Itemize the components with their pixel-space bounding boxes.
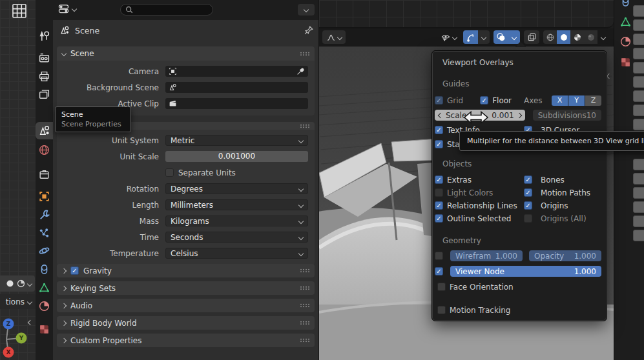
tab-material[interactable] <box>619 35 632 48</box>
gravity-panel-header[interactable]: Gravity <box>57 264 315 277</box>
panel-tab[interactable] <box>633 62 644 74</box>
rigid-body-world-panel-header[interactable]: Rigid Body World <box>57 316 315 330</box>
opacity-slider[interactable]: Opacity 1.000 <box>529 250 601 261</box>
subdivisions-slider[interactable]: Subdivisions 10 <box>533 110 601 121</box>
unit-scale-field[interactable]: 0.001000 <box>165 151 308 162</box>
face-orientation-checkbox[interactable] <box>437 283 446 291</box>
motion-tracking-checkbox[interactable] <box>437 306 446 314</box>
render-preview-button[interactable] <box>524 30 539 44</box>
origins-all-checkbox[interactable] <box>524 214 532 223</box>
grid-checkbox[interactable] <box>435 96 443 105</box>
viewer-node-slider[interactable]: Viewer Node 1.000 <box>450 266 601 277</box>
panel-grip[interactable] <box>300 321 309 325</box>
light-colors-checkbox[interactable] <box>435 188 443 197</box>
tab-view-layer[interactable] <box>38 88 50 101</box>
panel-tab[interactable] <box>633 34 644 45</box>
origins-checkbox[interactable] <box>524 201 532 210</box>
panel-grip[interactable] <box>300 303 309 308</box>
bones-checkbox[interactable] <box>524 175 532 184</box>
gravity-checkbox[interactable] <box>70 266 79 275</box>
eyedropper-icon[interactable] <box>296 67 305 75</box>
tab-particles[interactable] <box>38 227 50 239</box>
panel-grip[interactable] <box>300 124 309 128</box>
panel-tab[interactable] <box>633 76 644 88</box>
wireframe-checkbox[interactable] <box>435 252 443 260</box>
tab-collection[interactable] <box>38 168 50 181</box>
panel-tab[interactable] <box>633 159 644 170</box>
tab-tool[interactable] <box>38 30 50 42</box>
viewer-node-checkbox[interactable] <box>435 267 443 275</box>
tab-modifiers[interactable] <box>38 209 50 221</box>
panel-tab[interactable] <box>633 201 644 213</box>
active-clip-field[interactable] <box>165 98 308 109</box>
custom-properties-panel-header[interactable]: Custom Properties <box>57 334 315 347</box>
tab-object-data[interactable] <box>619 15 632 28</box>
pin-icon[interactable] <box>304 25 314 35</box>
panel-tab[interactable] <box>633 19 644 31</box>
panel-tab[interactable] <box>633 5 644 17</box>
separate-units-checkbox[interactable] <box>165 168 174 177</box>
panel-tab[interactable] <box>633 173 644 185</box>
scene-panel-header[interactable]: Scene <box>57 46 315 61</box>
rotation-dropdown[interactable]: Degrees <box>165 183 308 194</box>
wireframe-shading-button[interactable] <box>543 30 557 44</box>
panel-grip[interactable] <box>300 286 309 290</box>
shading-mode-buttons[interactable] <box>0 275 35 292</box>
tab-object-data[interactable] <box>38 281 50 294</box>
time-dropdown[interactable]: Seconds <box>165 232 308 243</box>
show-overlays-button[interactable] <box>493 30 508 44</box>
breadcrumb-label[interactable]: Scene <box>75 26 99 35</box>
rendered-shading-button[interactable] <box>584 30 597 44</box>
panel-tab[interactable] <box>633 48 644 59</box>
panel-tab[interactable] <box>633 187 644 199</box>
search-input[interactable] <box>120 4 213 15</box>
header-menu-button[interactable] <box>298 4 315 15</box>
shading-dropdown[interactable] <box>597 30 608 44</box>
panel-tab[interactable] <box>633 230 644 241</box>
tab-texture[interactable] <box>38 323 50 335</box>
motion-paths-checkbox[interactable] <box>524 188 532 197</box>
panel-tab[interactable] <box>633 215 644 227</box>
statistics-checkbox[interactable] <box>435 140 443 148</box>
tab-object-constraints[interactable] <box>38 263 50 275</box>
editor-type-button[interactable] <box>57 3 76 14</box>
outline-selected-checkbox[interactable] <box>435 214 443 223</box>
visibility-dropdown[interactable] <box>437 30 459 44</box>
mass-dropdown[interactable]: Kilograms <box>165 215 308 226</box>
tab-output[interactable] <box>38 70 50 83</box>
panel-tab[interactable] <box>633 105 644 116</box>
tab-scene[interactable] <box>38 125 50 137</box>
panel-tab[interactable] <box>633 90 644 102</box>
tab-physics[interactable] <box>38 245 50 257</box>
wireframe-slider[interactable]: Wirefram 1.000 <box>450 250 523 261</box>
tab-object-constraints[interactable] <box>619 0 632 8</box>
temperature-dropdown[interactable]: Celsius <box>165 248 308 259</box>
camera-field[interactable] <box>165 66 308 77</box>
navigation-gizmo[interactable]: Z Y X <box>0 311 32 360</box>
panel-tab[interactable] <box>633 119 644 130</box>
tab-material[interactable] <box>38 300 50 312</box>
tab-texture[interactable] <box>619 56 632 68</box>
tab-world[interactable] <box>38 144 50 156</box>
relationship-lines-checkbox[interactable] <box>435 201 443 210</box>
options-dropdown[interactable]: tions <box>0 294 36 309</box>
text-info-checkbox[interactable] <box>435 126 443 134</box>
show-gizmo-button[interactable] <box>463 30 478 44</box>
decrement-icon[interactable] <box>438 112 443 117</box>
gizmo-dropdown[interactable] <box>478 30 490 44</box>
floor-checkbox[interactable] <box>480 96 488 105</box>
extras-checkbox[interactable] <box>435 175 443 184</box>
audio-panel-header[interactable]: Audio <box>57 299 315 312</box>
tab-object[interactable] <box>38 190 50 203</box>
unit-system-dropdown[interactable]: Metric <box>165 135 308 146</box>
axis-y-toggle[interactable]: Y <box>568 95 585 106</box>
panel-grip[interactable] <box>300 52 309 56</box>
keying-sets-panel-header[interactable]: Keying Sets <box>57 281 315 295</box>
axis-x-toggle[interactable]: X <box>552 95 568 106</box>
axis-z-toggle[interactable]: Z <box>585 95 601 106</box>
solid-shading-button[interactable] <box>557 30 570 44</box>
tab-render[interactable] <box>38 52 50 65</box>
increment-icon[interactable] <box>516 112 521 117</box>
background-scene-field[interactable] <box>165 82 308 93</box>
panel-grip[interactable] <box>300 268 309 273</box>
